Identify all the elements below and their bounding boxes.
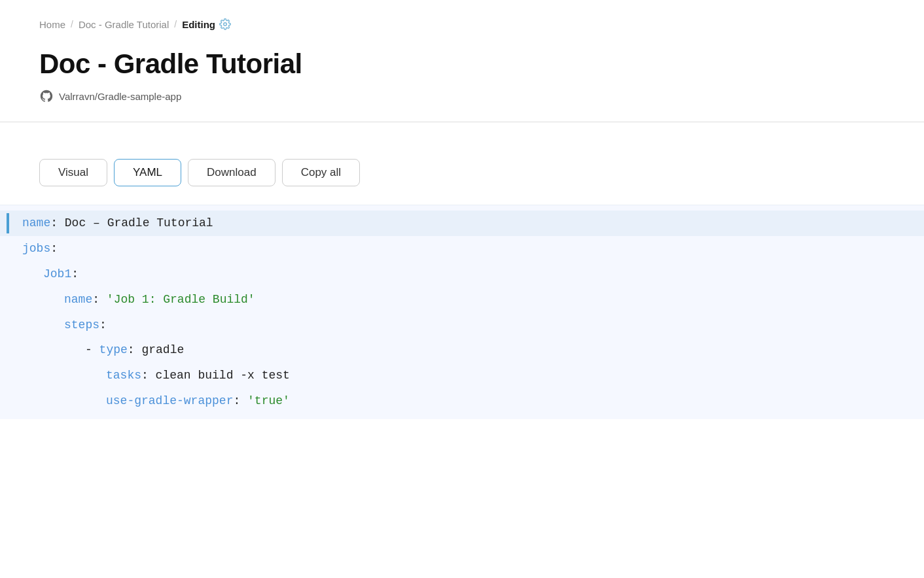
yaml-tab[interactable]: YAML <box>114 159 181 186</box>
line-content-3: Job1: <box>22 264 924 284</box>
code-text: : clean build -x test <box>141 369 290 382</box>
download-button[interactable]: Download <box>188 159 275 186</box>
code-keyword: type <box>99 343 128 356</box>
code-keyword: tasks <box>106 369 141 382</box>
code-text: : <box>50 242 58 255</box>
code-keyword: steps <box>64 318 99 332</box>
line-number-1: 1 <box>0 214 7 233</box>
code-line-6: 6 - type: gradle <box>0 337 924 363</box>
line-content-2: jobs: <box>22 239 924 259</box>
breadcrumb-sep-2: / <box>174 19 177 29</box>
line-content-5: steps: <box>22 315 924 335</box>
breadcrumb: Home / Doc - Gradle Tutorial / Editing <box>39 18 885 30</box>
code-editor: 1 name: Doc – Gradle Tutorial 2 jobs: 3 … <box>0 205 924 419</box>
code-line-2: 2 jobs: <box>0 236 924 262</box>
line-content-8: use-gradle-wrapper: 'true' <box>22 391 924 411</box>
code-keyword: use-gradle-wrapper <box>106 394 233 407</box>
line-number-2: 2 <box>0 240 7 259</box>
code-text: : <box>71 267 79 280</box>
code-text: : <box>233 394 247 407</box>
page-container: Home / Doc - Gradle Tutorial / Editing D… <box>0 0 924 103</box>
copy-all-button[interactable]: Copy all <box>282 159 360 186</box>
svg-point-0 <box>224 23 227 26</box>
code-string: 'true' <box>247 394 290 407</box>
line-content-7: tasks: clean build -x test <box>22 366 924 386</box>
code-line-3: 3 Job1: <box>0 262 924 287</box>
line-number-4: 4 <box>0 291 7 310</box>
breadcrumb-sep-1: / <box>71 19 73 29</box>
gear-icon <box>219 18 231 30</box>
code-text: : <box>99 318 107 332</box>
line-number-6: 6 <box>0 341 7 360</box>
page-title: Doc - Gradle Tutorial <box>39 48 885 80</box>
repo-info: Valrravn/Gradle-sample-app <box>39 89 885 103</box>
code-keyword: name <box>22 216 50 230</box>
code-line-8: 8 use-gradle-wrapper: 'true' <box>0 388 924 414</box>
line-content-1: name: Doc – Gradle Tutorial <box>22 213 924 233</box>
section-divider <box>0 122 924 122</box>
breadcrumb-doc[interactable]: Doc - Gradle Tutorial <box>79 19 169 30</box>
breadcrumb-current: Editing <box>182 18 231 30</box>
breadcrumb-home[interactable]: Home <box>39 19 65 30</box>
visual-tab[interactable]: Visual <box>39 159 107 186</box>
line-number-5: 5 <box>0 316 7 335</box>
code-line-5: 5 steps: <box>0 313 924 338</box>
content-section: Visual YAML Download Copy all <box>0 141 924 186</box>
code-line-1: 1 name: Doc – Gradle Tutorial <box>0 211 924 236</box>
line-number-8: 8 <box>0 392 7 411</box>
code-keyword: name <box>64 293 92 306</box>
line-number-7: 7 <box>0 367 7 386</box>
code-text: : Doc – Gradle Tutorial <box>50 216 213 230</box>
code-text: - <box>85 343 99 356</box>
line-number-3: 3 <box>0 265 7 284</box>
code-line-4: 4 name: 'Job 1: Gradle Build' <box>0 287 924 313</box>
repo-name: Valrravn/Gradle-sample-app <box>59 91 181 102</box>
toolbar: Visual YAML Download Copy all <box>39 159 885 186</box>
code-keyword: Job1 <box>43 267 71 280</box>
code-text: : <box>92 293 107 306</box>
code-line-7: 7 tasks: clean build -x test <box>0 363 924 388</box>
code-string: 'Job 1: Gradle Build' <box>107 293 255 306</box>
code-text: : gradle <box>128 343 184 356</box>
github-icon <box>39 89 54 103</box>
line-content-4: name: 'Job 1: Gradle Build' <box>22 290 924 310</box>
code-keyword: jobs <box>22 242 50 255</box>
line-bar-1 <box>7 213 9 233</box>
line-content-6: - type: gradle <box>22 340 924 360</box>
